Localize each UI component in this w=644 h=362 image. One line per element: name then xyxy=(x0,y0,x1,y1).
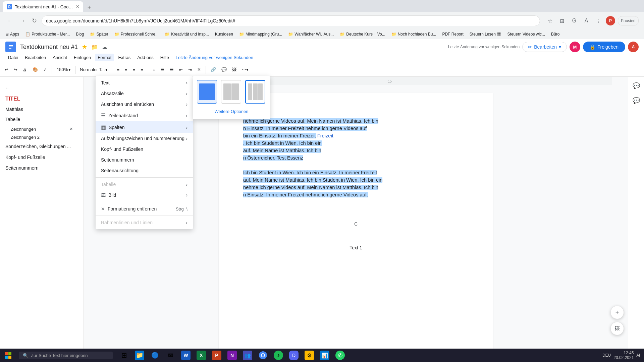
sidebar-item-matthias[interactable]: Matthias xyxy=(0,105,84,114)
back-button[interactable]: ← xyxy=(5,16,15,25)
line-spacing-button[interactable]: ↕ xyxy=(151,66,157,73)
image-fab[interactable]: 🖼 xyxy=(610,322,624,335)
bookmark-apps[interactable]: ⊞ Apps xyxy=(3,31,22,37)
document-page[interactable]: nehme ich gerne Videos auf. Mein Namen i… xyxy=(219,93,493,362)
bookmark-wahlfaecher[interactable]: 📁Wahlfächer WU Aus... xyxy=(285,31,336,37)
menu-ansicht[interactable]: Ansicht xyxy=(50,54,70,61)
format-menu-aufzaehlung[interactable]: Aufzählungszeichen und Nummerierung › xyxy=(96,133,193,144)
taskbar-app-chrome[interactable] xyxy=(256,349,270,362)
menu-datei[interactable]: Datei xyxy=(5,54,21,61)
taskbar-app-word[interactable]: W xyxy=(178,349,193,362)
format-menu-seitennummern[interactable]: Seitennummern xyxy=(96,155,193,165)
add-content-fab[interactable]: + xyxy=(610,306,624,319)
bookmark-hochladen[interactable]: 📁Noch hochladen Bu... xyxy=(389,31,439,37)
active-tab[interactable]: D Textdokument neu #1 - Google ... × xyxy=(3,1,83,12)
columns-more-options-link[interactable]: Weitere Optionen xyxy=(197,108,266,115)
format-menu-kopf-fuss[interactable]: Kopf- und Fußzeilen xyxy=(96,144,193,155)
extensions-icon[interactable]: ⊞ xyxy=(557,16,567,25)
format-menu-text[interactable]: Text › xyxy=(96,77,193,88)
clear-format-button[interactable]: ✕ xyxy=(195,66,203,73)
comment-button[interactable]: 💬 xyxy=(219,66,229,73)
bookmark-blog[interactable]: Blog xyxy=(73,31,87,37)
column-one-option[interactable] xyxy=(197,80,217,104)
taskbar-app-onenote[interactable]: N xyxy=(225,349,239,362)
taskbar-app-powerpoint[interactable]: P xyxy=(209,349,224,362)
menu-format[interactable]: Format xyxy=(95,54,114,61)
undo-button[interactable]: ↩ xyxy=(3,66,10,73)
align-center-button[interactable]: ≡ xyxy=(123,66,129,73)
zoom-select[interactable]: 150% ▾ xyxy=(55,66,73,73)
bookmark-mindmapping[interactable]: 📁Mindmapping (Gru... xyxy=(236,31,285,37)
folder-icon[interactable]: 📁 xyxy=(91,44,98,50)
menu-extras[interactable]: Extras xyxy=(115,54,133,61)
align-right-button[interactable]: ≡ xyxy=(131,66,138,73)
format-menu-ausrichten[interactable]: Ausrichten und einrücken › xyxy=(96,99,193,110)
sidebar-item-seitennummern[interactable]: Seitennummern xyxy=(0,163,84,173)
taskbar-search-box[interactable]: 🔍 Zur Suche Text hier eingeben xyxy=(19,352,113,359)
bookmark-steuern-lesen[interactable]: Steuern Lesen !!!! xyxy=(467,31,504,37)
numbered-list-button[interactable]: ☰ xyxy=(168,66,176,73)
bookmark-professionell[interactable]: 📁Professionell Schre... xyxy=(112,31,161,37)
redo-button[interactable]: ↪ xyxy=(12,66,19,73)
chat-panel-button[interactable]: 💬 xyxy=(630,95,642,107)
image-button[interactable]: 🖼 xyxy=(230,66,238,73)
edit-mode-button[interactable]: ✏ Bearbeiten ▾ xyxy=(522,42,567,52)
column-two-option[interactable] xyxy=(221,80,241,104)
format-menu-zeilenabstand[interactable]: ☰ Zeilenabstand › xyxy=(96,110,193,121)
sidebar-item-sonderzeichen[interactable]: Sonderzeichen, Gleichungen ... xyxy=(0,141,84,152)
format-menu-absatzstile[interactable]: Absatzstile › xyxy=(96,88,193,99)
menu-einfuegen[interactable]: Einfügen xyxy=(71,54,94,61)
start-button[interactable] xyxy=(0,349,16,362)
forward-button[interactable]: → xyxy=(17,16,27,25)
taskbar-app-spotify[interactable]: ♪ xyxy=(271,349,286,362)
print-button[interactable]: 🖨 xyxy=(21,66,29,73)
spell-check-button[interactable]: ✓ xyxy=(41,66,49,73)
star-icon[interactable]: ★ xyxy=(82,43,87,51)
paragraph-style-select[interactable]: Normaler T... ▾ xyxy=(78,66,109,73)
bookmark-spaeter[interactable]: 📁Später xyxy=(87,31,111,37)
taskbar-app-mail[interactable]: ✉ xyxy=(163,349,178,362)
insert-more-button[interactable]: ⋯▾ xyxy=(240,66,251,73)
google-account-avatar[interactable]: A xyxy=(628,42,639,52)
bookmark-buero[interactable]: Büro xyxy=(548,31,562,37)
format-menu-spalten[interactable]: ▦ Spalten › xyxy=(96,121,193,133)
indent-increase-button[interactable]: ⇥ xyxy=(186,66,194,73)
taskbar-app-app2[interactable]: 📊 xyxy=(317,349,332,362)
sidebar-item-zeichnungen[interactable]: Zeichnungen × xyxy=(0,125,84,133)
bookmark-kreativitaet[interactable]: 📁Kreativität und Insp... xyxy=(162,31,212,37)
format-menu-bild[interactable]: 🖼 Bild › xyxy=(96,190,193,200)
settings-icon[interactable]: ⋮ xyxy=(594,16,603,25)
indent-decrease-button[interactable]: ⇤ xyxy=(177,66,185,73)
taskbar-app-whatsapp[interactable]: ✆ xyxy=(333,349,347,362)
bookmark-produktsuche[interactable]: 📋 Produktsuche - Mer... xyxy=(22,31,72,37)
bookmark-deutsch[interactable]: 📁Deutsche Kurs + Vo... xyxy=(337,31,388,37)
column-three-option[interactable] xyxy=(245,80,265,104)
refresh-button[interactable]: ↻ xyxy=(30,16,39,25)
bullet-list-button[interactable]: ☰ xyxy=(158,66,166,73)
bookmark-star-icon[interactable]: ☆ xyxy=(545,16,555,25)
last-change-link[interactable]: Letzte Änderung vor wenigen Sekunden xyxy=(176,55,253,60)
format-menu-formatierung-entfernen[interactable]: ✕ Formatierung entfernen Strg+\ xyxy=(96,203,193,214)
taskbar-app-app1[interactable]: ⚙ xyxy=(302,349,317,362)
taskbar-app-taskview[interactable]: ⊞ xyxy=(117,349,131,362)
bookmark-pdf[interactable]: PDF Report xyxy=(439,31,466,37)
translate-icon[interactable]: A xyxy=(582,16,591,25)
taskbar-app-explorer[interactable]: 📁 xyxy=(132,349,147,362)
pause-icon[interactable]: Pausiert xyxy=(618,16,639,25)
sidebar-item-tabelle[interactable]: Tabelle xyxy=(0,114,84,125)
sidebar-item-zeichnungen2[interactable]: Zeichnungen 2 xyxy=(0,133,84,141)
tab-close-button[interactable]: × xyxy=(76,4,79,10)
paint-format-button[interactable]: 🎨 xyxy=(31,66,40,73)
comments-panel-button[interactable]: 💬 xyxy=(630,80,642,92)
address-bar[interactable]: docs.google.com/document/d/1hUH8k6h7Lb8y… xyxy=(42,15,540,26)
bookmark-kursideen[interactable]: Kursideen xyxy=(212,31,236,37)
freizeit-link[interactable]: Freizeit xyxy=(317,133,333,138)
menu-addons[interactable]: Add-ons xyxy=(135,54,156,61)
taskbar-app-edge[interactable]: 🔵 xyxy=(148,349,162,362)
sidebar-back-button[interactable]: ← xyxy=(0,82,84,93)
user-avatar[interactable]: M xyxy=(570,42,580,52)
menu-bearbeiten[interactable]: Bearbeiten xyxy=(22,54,49,61)
taskbar-app-teams[interactable]: 👥 xyxy=(240,349,255,362)
google-account-icon[interactable]: G xyxy=(570,16,579,25)
share-button[interactable]: 🔒 Freigeben xyxy=(583,42,625,52)
